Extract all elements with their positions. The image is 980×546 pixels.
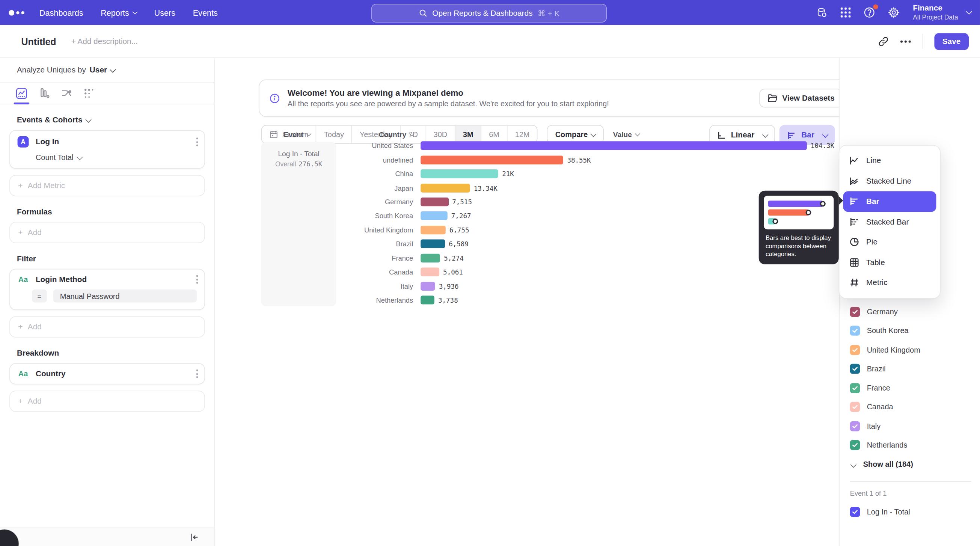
legend-checkbox[interactable] <box>850 364 860 374</box>
value-bar[interactable] <box>420 156 563 164</box>
top-nav: DashboardsReportsUsersEvents Open Report… <box>0 0 980 25</box>
legend-item-germany[interactable]: Germany <box>850 302 974 322</box>
tab-insights[interactable] <box>16 88 28 103</box>
add-metric-button[interactable]: +Add Metric <box>10 175 205 196</box>
help-icon[interactable] <box>863 6 875 19</box>
column-header-event[interactable]: Event <box>284 131 311 138</box>
menu-item-stacked-bar[interactable]: Stacked Bar <box>843 212 936 232</box>
range-label: 3M <box>463 130 474 138</box>
metric-event-name[interactable]: Log In <box>36 137 59 146</box>
events-cohorts-heading[interactable]: Events & Cohorts <box>17 116 205 124</box>
value-bar[interactable] <box>420 296 434 304</box>
legend-checkbox[interactable] <box>850 440 860 450</box>
value-label: 5,061 <box>443 268 463 275</box>
show-all-toggle[interactable]: Show all (184) <box>850 455 974 474</box>
kebab-menu-icon[interactable] <box>196 369 198 378</box>
apps-grid-icon[interactable] <box>840 7 851 18</box>
menu-item-line[interactable]: Line <box>843 151 936 171</box>
tab-funnels[interactable] <box>38 88 50 103</box>
value-bar[interactable] <box>420 282 435 290</box>
breakdown-property-name[interactable]: Country <box>36 369 66 378</box>
menu-item-pie[interactable]: Pie <box>843 232 936 252</box>
value-bar[interactable] <box>420 212 447 220</box>
legend-item-south-korea[interactable]: South Korea <box>850 322 974 341</box>
add-formula-button[interactable]: +Add <box>10 222 205 244</box>
mixpanel-logo-icon[interactable] <box>9 10 24 15</box>
value-bar[interactable] <box>420 226 446 234</box>
value-bar[interactable] <box>420 268 439 276</box>
copy-link-icon[interactable] <box>878 36 888 46</box>
filter-operator-chip[interactable]: = <box>32 290 47 302</box>
view-datasets-button[interactable]: View Datasets <box>759 89 843 107</box>
legend-checkbox[interactable] <box>850 326 860 336</box>
chevron-down-icon <box>966 9 972 14</box>
legend-checkbox[interactable] <box>850 402 860 412</box>
legend-item-netherlands[interactable]: Netherlands <box>850 436 974 455</box>
legend-checkbox[interactable] <box>850 506 860 517</box>
nav-item-reports[interactable]: Reports <box>101 8 137 17</box>
analyze-unit-dropdown[interactable]: User <box>90 66 115 74</box>
filter-value-chip[interactable]: Manual Password <box>53 290 197 302</box>
value-bar[interactable] <box>420 197 448 206</box>
legend-item-italy[interactable]: Italy <box>850 417 974 436</box>
add-description-field[interactable]: + Add description... <box>71 37 138 45</box>
tooltip-mini-bar-chart <box>764 196 834 229</box>
tab-flows[interactable] <box>60 88 72 103</box>
add-filter-button[interactable]: +Add <box>10 316 205 337</box>
value-label: 38.55K <box>567 156 591 164</box>
menu-item-label: Table <box>866 258 885 267</box>
legend-checkbox[interactable] <box>850 345 860 355</box>
collapse-sidebar-icon[interactable] <box>190 532 199 542</box>
project-switcher[interactable]: Finance All Project Data <box>913 4 971 21</box>
value-bar[interactable] <box>420 253 440 262</box>
kebab-menu-icon[interactable] <box>196 137 198 146</box>
aggregation-dropdown[interactable]: Count Total <box>10 153 205 168</box>
tooltip-bar <box>768 218 776 224</box>
legend-item-canada[interactable]: Canada <box>850 398 974 417</box>
nav-item-label: Dashboards <box>40 8 83 17</box>
tab-retention[interactable] <box>83 88 95 103</box>
column-header-value[interactable]: Value <box>613 131 640 138</box>
legend-item-brazil[interactable]: Brazil <box>850 359 974 379</box>
more-options-icon[interactable] <box>900 40 911 43</box>
country-label: South Korea <box>215 212 414 220</box>
report-title[interactable]: Untitled <box>21 36 56 46</box>
legend-label: United Kingdom <box>867 345 920 354</box>
legend-checkbox[interactable] <box>850 307 860 317</box>
country-label: France <box>215 254 414 262</box>
nav-item-dashboards[interactable]: Dashboards <box>40 8 83 17</box>
nav-item-users[interactable]: Users <box>154 8 176 17</box>
column-header-country[interactable]: Country <box>379 131 414 138</box>
settings-gear-icon[interactable] <box>887 6 900 19</box>
chevron-down-icon <box>591 131 597 137</box>
add-breakdown-button[interactable]: +Add <box>10 390 205 412</box>
value-bar[interactable] <box>420 142 807 150</box>
menu-item-table[interactable]: Table <box>843 252 936 273</box>
value-bar[interactable] <box>420 169 498 178</box>
value-bar[interactable] <box>420 240 445 248</box>
report-header: Untitled + Add description... Save <box>0 25 980 58</box>
legend-item-united-kingdom[interactable]: United Kingdom <box>850 340 974 359</box>
legend-checkbox[interactable] <box>850 383 860 393</box>
value-label: 6,589 <box>449 240 469 248</box>
tooltip-bar-marker <box>805 210 811 215</box>
legend-checkbox[interactable] <box>850 421 860 431</box>
calendar-icon <box>269 130 278 138</box>
search-input[interactable]: Open Reports & Dashboards ⌘ + K <box>371 4 607 22</box>
filter-property-name[interactable]: Login Method <box>36 275 87 283</box>
value-label: 5,274 <box>444 254 464 262</box>
data-management-icon[interactable] <box>816 6 828 19</box>
menu-item-label: Line <box>866 157 881 165</box>
chevron-down-icon <box>132 10 137 14</box>
menu-item-metric[interactable]: Metric <box>843 273 936 293</box>
menu-item-stacked-line[interactable]: Stacked Line <box>843 171 936 191</box>
nav-item-events[interactable]: Events <box>193 8 218 17</box>
value-bar[interactable] <box>420 184 470 192</box>
legend-label: Italy <box>867 422 881 430</box>
menu-item-bar[interactable]: Bar <box>843 191 936 212</box>
value-label: 3,936 <box>439 282 459 290</box>
legend-event-item[interactable]: Log In - Total <box>850 502 974 521</box>
save-button[interactable]: Save <box>934 33 969 49</box>
kebab-menu-icon[interactable] <box>196 275 198 283</box>
legend-item-france[interactable]: France <box>850 379 974 398</box>
